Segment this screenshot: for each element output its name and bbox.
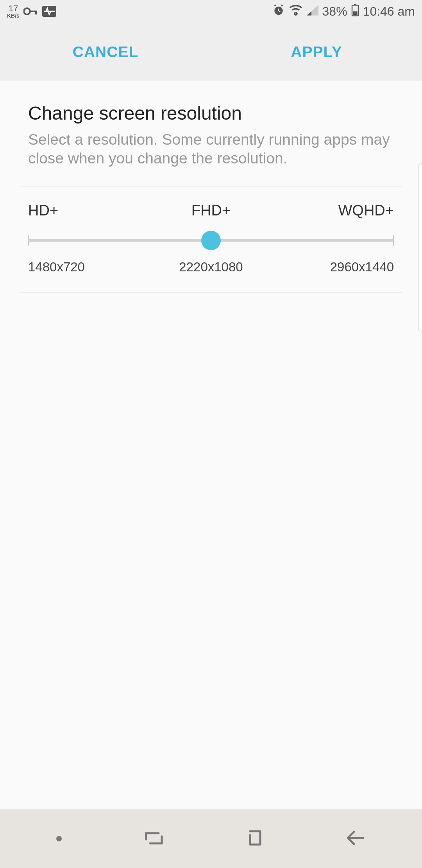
alarm-icon	[272, 4, 285, 19]
resolution-slider[interactable]	[28, 231, 394, 250]
resolution-value-wqhd: 2960x1440	[330, 260, 394, 274]
activity-icon	[42, 6, 56, 17]
resolution-label-hd: HD+	[28, 202, 58, 219]
svg-rect-6	[353, 11, 357, 15]
resolution-label-fhd: FHD+	[191, 202, 231, 219]
slider-thumb[interactable]	[201, 231, 221, 250]
network-speed-indicator: 17 KB/s	[7, 4, 20, 18]
resolution-value-hd: 1480x720	[28, 260, 85, 274]
main-content: Change screen resolution Select a resolu…	[0, 81, 422, 809]
status-bar: 17 KB/s 38% 10:46 am	[0, 0, 422, 23]
status-right: 38% 10:46 am	[272, 4, 415, 19]
clock-time: 10:46 am	[363, 4, 415, 19]
navigation-bar	[0, 809, 422, 868]
nav-assistant-icon[interactable]	[56, 836, 62, 841]
page-title: Change screen resolution	[28, 102, 394, 124]
cancel-button[interactable]: CANCEL	[0, 23, 211, 81]
battery-icon	[351, 4, 359, 19]
page-description: Select a resolution. Some currently runn…	[28, 130, 394, 168]
vpn-key-icon	[23, 5, 38, 17]
speed-value: 17	[9, 4, 18, 13]
svg-point-0	[24, 8, 30, 14]
recents-icon[interactable]	[143, 830, 165, 847]
slider-tick-right	[393, 235, 394, 246]
battery-percentage: 38%	[322, 4, 347, 19]
back-icon[interactable]	[345, 829, 366, 848]
speed-unit: KB/s	[7, 13, 20, 18]
resolution-slider-block: HD+ FHD+ WQHD+ 1480x720 868x422 2960x1…	[0, 187, 422, 292]
divider	[20, 292, 402, 293]
header-block: Change screen resolution Select a resolu…	[0, 81, 422, 186]
resolution-labels-row: HD+ FHD+ WQHD+	[28, 202, 394, 219]
home-icon[interactable]	[246, 829, 264, 848]
status-left: 17 KB/s	[7, 4, 56, 18]
wifi-icon	[289, 4, 303, 19]
svg-rect-2	[35, 11, 37, 14]
svg-rect-5	[354, 4, 356, 5]
resolution-values-row: 1480x720 868x422 2960x1440	[28, 260, 394, 274]
apply-button[interactable]: APPLY	[211, 23, 422, 81]
resolution-value-fhd: 868x422	[179, 260, 243, 274]
scroll-indicator[interactable]	[418, 163, 422, 332]
resolution-label-wqhd: WQHD+	[338, 202, 394, 219]
action-bar: CANCEL APPLY	[0, 23, 422, 81]
signal-icon	[307, 5, 318, 18]
